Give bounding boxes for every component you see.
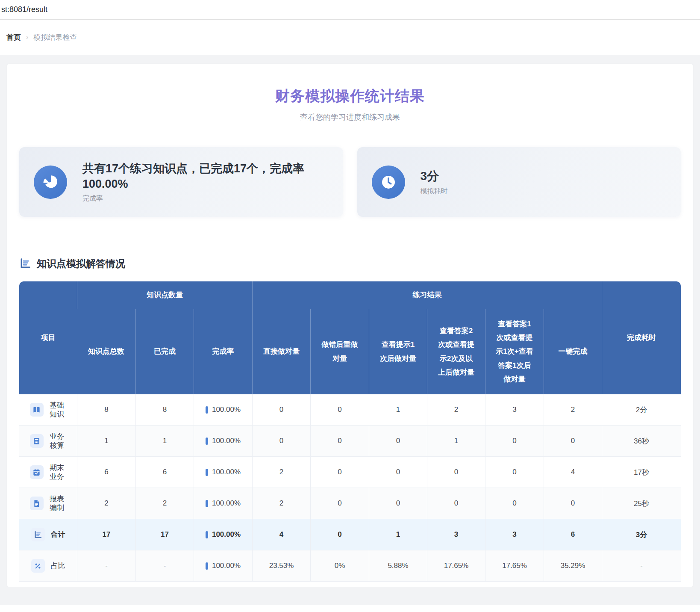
table-cell: 17 [77,519,135,550]
table-cell: 0 [310,519,369,550]
table-cell: - [77,550,135,582]
progress-pill [206,562,208,570]
header-answer-once: 查看答案1次或查看提示1次+查看答案1次后做对量 [485,309,544,394]
table-cell: 6 [135,457,194,488]
table-cell: 0 [485,426,544,457]
document-icon [30,497,44,510]
duration-label: 模拟耗时 [421,187,448,196]
book-icon [30,403,44,417]
header-group-row: 项目 知识点数量 练习结果 完成耗时 [19,281,681,309]
table-cell: 1 [135,426,194,457]
header-completed: 已完成 [135,309,194,394]
table-cell: 23.53% [252,550,310,582]
table-cell: 8 [77,394,135,426]
table-cell: 4 [544,457,602,488]
section-header: 知识点模拟解答情况 [19,257,681,270]
table-row-basic-knowledge: 基础知识 8 8 100.00% 0 0 1 2 3 2 2分 [19,394,681,426]
table-cell: 0 [252,426,310,457]
table-cell: 35.29% [544,550,602,582]
duration-value: 3分 [421,168,448,184]
table-cell: 3 [485,394,544,426]
header-answer-twice: 查看答案2次或查看提示2次及以上后做对量 [427,309,485,394]
page-background-bottom [0,587,700,605]
table-cell: 5.88% [369,550,427,582]
table-cell: 100.00% [212,562,241,570]
table-row-report-preparation: 报表编制 2 2 100.00% 2 0 0 0 0 0 25秒 [19,488,681,519]
progress-pill [206,500,208,507]
table-cell: 1 [369,519,427,550]
table-cell: 0 [252,394,310,426]
table-cell: - [135,550,194,582]
table-cell: 2 [252,488,310,519]
breadcrumb-home-link[interactable]: 首页 [6,33,21,42]
progress-pill [206,406,208,414]
table-cell: 3 [485,519,544,550]
duration-stat-card: 3分 模拟耗时 [357,147,681,217]
calculator-icon [30,434,44,448]
header-one-click: 一键完成 [544,309,602,394]
table-cell: 0 [544,426,602,457]
breadcrumb-current: 模拟结果检查 [33,33,77,42]
table-cell: 0 [310,457,369,488]
table-row-percentage: 占比 - - 100.00% 23.53% 0% 5.88% 17.65% 17… [19,550,681,582]
completion-stat-card: 共有17个练习知识点，已完成17个，完成率100.00% 完成率 [19,147,343,217]
table-cell: 6 [77,457,135,488]
browser-address-bar[interactable]: st:8081/result [0,0,700,20]
results-table-wrap: 项目 知识点数量 练习结果 完成耗时 知识点总数 已完成 完成率 直接做对量 做… [19,281,681,582]
table-cell: 0% [310,550,369,582]
row-label: 基础知识 [50,401,66,419]
row-label: 占比 [51,561,65,570]
table-cell: 0 [369,457,427,488]
header-hint-once: 查看提示1次后做对量 [369,309,427,394]
table-cell: 100.00% [212,405,241,414]
progress-pill [206,438,208,445]
table-cell: 100.00% [212,530,241,539]
table-cell: 100.00% [212,468,241,476]
table-cell: 2 [77,488,135,519]
table-row-period-end: 期末业务 6 6 100.00% 2 0 0 0 0 4 17秒 [19,457,681,488]
table-cell: 0 [544,488,602,519]
header-total-points: 知识点总数 [77,309,135,394]
calendar-check-icon [30,465,44,479]
completion-headline: 共有17个练习知识点，已完成17个，完成率100.00% [82,161,326,192]
row-label: 业务核算 [50,432,66,450]
table-cell: 17秒 [602,457,681,488]
table-cell: 1 [427,426,485,457]
table-cell: 4 [252,519,310,550]
table-cell: 2 [135,488,194,519]
table-cell: 3分 [602,519,681,550]
table-cell: 0 [369,488,427,519]
table-cell: 100.00% [212,437,241,445]
table-cell: 0 [485,488,544,519]
completion-label: 完成率 [82,194,326,203]
table-cell: 0 [310,426,369,457]
table-cell: 1 [369,394,427,426]
stats-row: 共有17个练习知识点，已完成17个，完成率100.00% 完成率 3分 模拟耗时 [19,147,681,217]
pie-chart-icon [34,166,67,199]
bar-chart-icon [31,528,45,541]
header-redo-after-wrong: 做错后重做对量 [310,309,369,394]
table-cell: 25秒 [602,488,681,519]
table-cell: 100.00% [212,499,241,508]
table-cell: 0 [310,394,369,426]
table-cell: 2 [544,394,602,426]
page-background-gap [0,55,700,64]
page-title: 财务模拟操作统计结果 [19,64,681,106]
table-cell: 17.65% [485,550,544,582]
table-cell: 36秒 [602,426,681,457]
table-row-total: 合计 17 17 100.00% 4 0 1 3 3 6 3分 [19,519,681,550]
header-project: 项目 [19,281,77,394]
table-cell: 2分 [602,394,681,426]
table-cell: 2 [252,457,310,488]
table-cell: 0 [427,488,485,519]
header-sub-row: 知识点总数 已完成 完成率 直接做对量 做错后重做对量 查看提示1次后做对量 查… [19,309,681,394]
progress-pill [206,531,208,538]
completion-stat-body: 共有17个练习知识点，已完成17个，完成率100.00% 完成率 [82,161,343,204]
url-text: st:8081/result [1,5,47,14]
table-cell: 0 [369,426,427,457]
footer-strip [0,605,700,612]
table-cell: 17 [135,519,194,550]
header-completion-rate: 完成率 [194,309,252,394]
row-label: 合计 [51,530,65,539]
result-panel: 财务模拟操作统计结果 查看您的学习进度和练习成果 共有17个练习知识点，已完成1… [7,64,693,587]
